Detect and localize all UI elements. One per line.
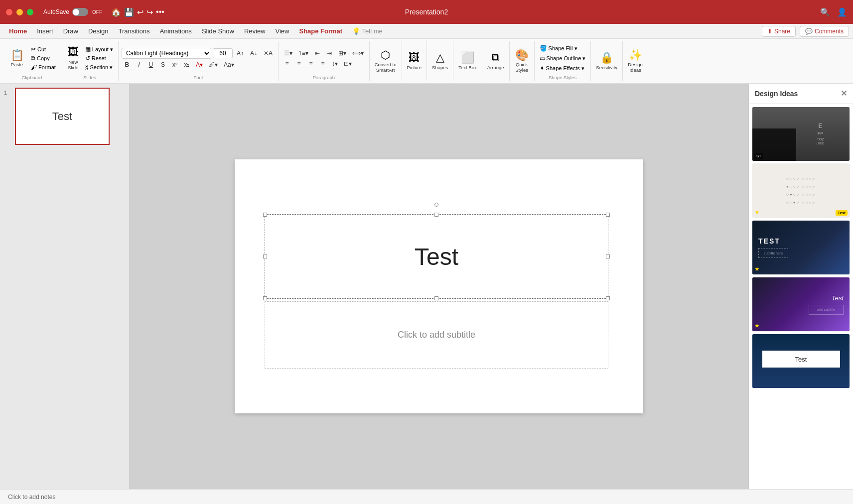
design-ideas-button[interactable]: ✨ DesignIdeas — [626, 48, 645, 74]
italic-button[interactable]: I — [134, 60, 144, 69]
comments-button[interactable]: 💬 Comments — [800, 26, 849, 37]
undo-icon[interactable]: ↩ — [137, 7, 143, 17]
shape-outline-button[interactable]: ▭ Shape Outline ▾ — [538, 54, 588, 62]
menu-view[interactable]: View — [271, 25, 294, 37]
menu-shape-format[interactable]: Shape Format — [294, 25, 348, 37]
align-center-btn[interactable]: ≡ — [293, 59, 304, 68]
menu-transitions[interactable]: Transitions — [113, 25, 154, 37]
line-spacing-btn[interactable]: ↕▾ — [329, 59, 340, 68]
columns-btn[interactable]: ⊞▾ — [336, 49, 349, 58]
paste-button[interactable]: 📋 Paste — [6, 48, 28, 68]
font-decrease-btn[interactable]: A↓ — [248, 49, 260, 58]
share-button[interactable]: ⬆ Share — [762, 26, 796, 37]
menu-review[interactable]: Review — [239, 25, 271, 37]
bullets-btn[interactable]: ☰▾ — [282, 49, 295, 58]
bold-button[interactable]: B — [122, 60, 133, 69]
font-color-btn[interactable]: A▾ — [193, 60, 205, 69]
handle-tm[interactable] — [434, 213, 438, 217]
maximize-window-btn[interactable] — [27, 9, 33, 15]
text-direction-btn[interactable]: ⟺▾ — [350, 49, 366, 58]
subscript-btn[interactable]: x₂ — [181, 60, 192, 69]
font-family-select[interactable]: Calibri Light (Headings) — [122, 48, 211, 59]
notes-bar[interactable]: Click to add notes — [0, 489, 853, 504]
home-icon[interactable]: 🏠 — [111, 7, 121, 17]
menu-insert[interactable]: Insert — [32, 25, 58, 37]
align-left-btn[interactable]: ≡ — [282, 59, 292, 68]
handle-br[interactable] — [606, 296, 610, 300]
shape-fill-button[interactable]: 🪣 Shape Fill ▾ — [538, 44, 579, 52]
handle-mr[interactable] — [606, 254, 610, 258]
shapes-button[interactable]: △ Shapes — [430, 51, 450, 71]
handle-bm[interactable] — [434, 296, 438, 300]
tell-me-field[interactable]: 💡 Tell me — [347, 25, 388, 37]
text-highlight-btn[interactable]: 🖊▾ — [206, 60, 220, 69]
rotate-handle[interactable] — [434, 203, 438, 207]
sensitivity-button[interactable]: 🔒 Sensitivity — [594, 51, 619, 71]
design-idea-card-2[interactable]: ○○○○ ○○○○ ●○○○ ○○○○ ○●○○ ○○○○ ○○●○ ○○○○ … — [752, 163, 850, 218]
superscript-btn[interactable]: x² — [169, 60, 180, 69]
design-panel-close-btn[interactable]: ✕ — [841, 89, 847, 98]
title-textbox[interactable]: Test — [265, 214, 608, 299]
decrease-indent-btn[interactable]: ⇤ — [312, 49, 323, 58]
autosave-switch[interactable] — [72, 8, 88, 16]
ribbon-group-sensitivity: 🔒 Sensitivity — [591, 41, 623, 81]
text-box-align-btn[interactable]: ⊡▾ — [341, 59, 354, 68]
quickstyles-button[interactable]: 🎨 QuickStyles — [513, 48, 531, 74]
menu-design[interactable]: Design — [83, 25, 113, 37]
convert-smartart-button[interactable]: ⬡ Convert toSmartArt — [373, 48, 399, 74]
slide-title-text[interactable]: Test — [415, 243, 458, 270]
quickstyles-content: 🎨 QuickStyles — [513, 42, 531, 80]
reset-button[interactable]: ↺ Reset — [83, 54, 115, 62]
search-icon[interactable]: 🔍 — [820, 7, 830, 17]
font-increase-btn[interactable]: A↑ — [234, 49, 246, 58]
design-ideas-panel: Design Ideas ✕ E FP TOZ LPED — [748, 84, 853, 489]
design-idea-card-1[interactable]: E FP TOZ LPED ST — [752, 107, 850, 161]
font-size-input[interactable] — [213, 48, 233, 58]
autosave-toggle[interactable]: AutoSave OFF — [43, 8, 102, 16]
clear-format-btn[interactable]: ✕A — [261, 49, 275, 58]
account-icon[interactable]: 👤 — [837, 7, 847, 17]
section-button[interactable]: § Section ▾ — [83, 63, 115, 71]
menu-draw[interactable]: Draw — [58, 25, 83, 37]
design-idea-card-4[interactable]: Test add subtitle ★ — [752, 277, 850, 332]
copy-button[interactable]: ⧉ Copy — [29, 54, 58, 62]
subtitle-textbox[interactable]: Click to add subtitle — [265, 301, 608, 369]
arrange-button[interactable]: ⧉ Arrange — [485, 51, 506, 71]
share-icon: ⬆ — [767, 28, 772, 35]
numbered-list-btn[interactable]: 1≡▾ — [296, 49, 311, 58]
format-button[interactable]: 🖌 Format — [29, 63, 58, 71]
align-right-btn[interactable]: ≡ — [305, 59, 316, 68]
save-icon[interactable]: 💾 — [124, 7, 134, 17]
design-idea-card-3[interactable]: TEST subtitle here ★ — [752, 220, 850, 275]
slide-canvas[interactable]: Test Click to add subtitle — [235, 159, 643, 413]
minimize-window-btn[interactable] — [16, 9, 23, 15]
handle-tl[interactable] — [263, 213, 267, 217]
shape-effects-button[interactable]: ✦ Shape Effects ▾ — [538, 64, 586, 72]
justify-btn[interactable]: ≡ — [317, 59, 328, 68]
handle-tr[interactable] — [606, 213, 610, 217]
menu-slideshow[interactable]: Slide Show — [197, 25, 239, 37]
design-idea-card-5[interactable]: Test — [752, 334, 850, 388]
card-5-title: Test — [795, 356, 807, 363]
new-slide-button[interactable]: 🖼 NewSlide — [64, 45, 82, 71]
menu-animations[interactable]: Animations — [155, 25, 197, 37]
picture-button[interactable]: 🖼 Picture — [405, 51, 424, 71]
layout-button[interactable]: ▦ Layout ▾ — [83, 45, 115, 53]
font-case-btn[interactable]: Aa▾ — [221, 60, 237, 69]
slide-thumbnail-1[interactable]: Test — [15, 88, 110, 145]
title-bar-right: 🔍 👤 — [820, 7, 847, 17]
more-tools-icon[interactable]: ••• — [156, 7, 164, 16]
handle-bl[interactable] — [263, 296, 267, 300]
textbox-button[interactable]: ⬜ Text Box — [456, 51, 478, 71]
redo-icon[interactable]: ↪ — [146, 7, 153, 17]
cut-button[interactable]: ✂ Cut — [29, 45, 58, 53]
menu-home[interactable]: Home — [4, 25, 32, 37]
title-bar: AutoSave OFF 🏠 💾 ↩ ↪ ••• Presentation2 🔍… — [0, 0, 853, 24]
close-window-btn[interactable] — [6, 9, 12, 15]
window-controls[interactable] — [6, 9, 33, 15]
handle-ml[interactable] — [263, 254, 267, 258]
underline-button[interactable]: U — [145, 60, 156, 69]
shape-format-group-label: Shape Styles — [549, 75, 576, 80]
increase-indent-btn[interactable]: ⇥ — [324, 49, 335, 58]
strikethrough-button[interactable]: S — [157, 60, 168, 69]
